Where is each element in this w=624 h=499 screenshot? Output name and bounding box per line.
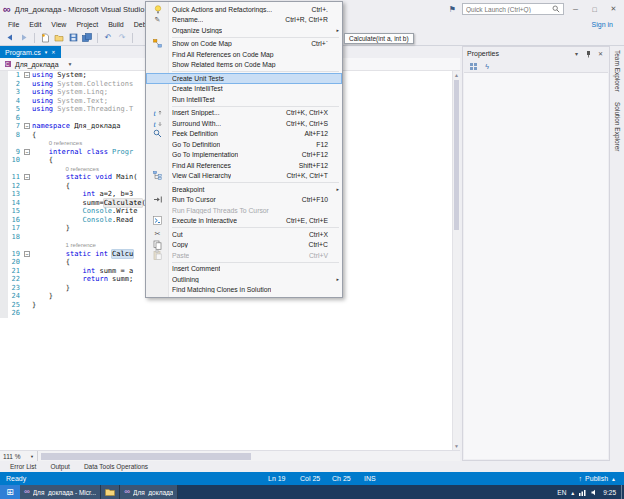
menu-item-find-all-references-on-code-map[interactable]: Find All References on Code Map xyxy=(146,49,342,60)
categorized-icon[interactable] xyxy=(468,61,478,71)
menu-item-organize-usings[interactable]: Organize Usings▸ xyxy=(146,25,342,36)
maximize-button[interactable]: □ xyxy=(587,3,602,16)
menu-item-quick-actions-and-refactorings[interactable]: Quick Actions and Refactorings...Ctrl+. xyxy=(146,4,342,15)
save-all-icon[interactable] xyxy=(81,32,93,44)
menu-item-execute-in-interactive[interactable]: Execute in InteractiveCtrl+E, Ctrl+E xyxy=(146,216,342,227)
menu-item-breakpoint[interactable]: Breakpoint▸ xyxy=(146,184,342,195)
breakpoint-margin[interactable] xyxy=(0,97,8,106)
tab-dropdown-icon[interactable]: ▾ xyxy=(45,50,48,55)
volume-icon[interactable] xyxy=(591,489,598,496)
breakpoint-margin[interactable] xyxy=(0,199,8,208)
open-file-icon[interactable] xyxy=(53,32,65,44)
menu-item-copy[interactable]: CopyCtrl+C xyxy=(146,240,342,251)
fold-margin[interactable]: − xyxy=(23,122,32,131)
menu-item-peek-definition[interactable]: Peek DefinitionAlt+F12 xyxy=(146,129,342,140)
fold-marker-icon[interactable]: − xyxy=(24,149,30,155)
panel-tab-error-list[interactable]: Error List xyxy=(3,463,43,470)
fold-margin[interactable]: − xyxy=(23,173,32,182)
menu-item-show-on-code-map[interactable]: Show on Code MapCtrl+` xyxy=(146,39,342,50)
navbar-project-dropdown[interactable]: Для_доклада xyxy=(15,61,59,68)
codelens-indicator[interactable]: 0 references xyxy=(32,140,82,146)
menubar-item-file[interactable]: File xyxy=(3,21,24,28)
close-panel-icon[interactable]: ✕ xyxy=(596,50,605,57)
breakpoint-margin[interactable] xyxy=(0,233,8,242)
new-file-icon[interactable] xyxy=(39,32,51,44)
taskbar-item[interactable]: ∞Для_доклада - Micr... xyxy=(20,485,101,499)
clock[interactable]: 9:25 xyxy=(603,489,616,496)
breakpoint-margin[interactable] xyxy=(0,148,8,157)
menu-item-show-related-items-on-code-map[interactable]: Show Related Items on Code Map xyxy=(146,60,342,71)
codelens-indicator[interactable]: 1 reference xyxy=(32,242,96,248)
events-icon[interactable]: ϟ xyxy=(482,61,492,71)
scrollbar-thumb[interactable] xyxy=(454,80,459,230)
notifications-flag-icon[interactable]: ⚑ xyxy=(449,5,456,14)
window-position-icon[interactable]: ▾ xyxy=(572,50,581,57)
scroll-up-icon[interactable]: ▲ xyxy=(453,71,460,79)
tab-program-cs[interactable]: Program.cs ▾ ✕ xyxy=(0,46,61,58)
menu-item-go-to-implementation[interactable]: Go To ImplementationCtrl+F12 xyxy=(146,150,342,161)
fold-marker-icon[interactable]: − xyxy=(24,174,30,180)
menu-item-outlining[interactable]: Outlining▸ xyxy=(146,274,342,285)
zoom-dropdown[interactable]: 111 % ▼ xyxy=(0,451,38,461)
breakpoint-margin[interactable] xyxy=(0,80,8,89)
menu-item-create-unit-tests[interactable]: Create Unit Tests xyxy=(146,73,342,84)
close-button[interactable]: ✕ xyxy=(606,3,621,16)
menu-item-surround-with[interactable]: tSurround With...Ctrl+K, Ctrl+S xyxy=(146,118,342,129)
menu-item-insert-comment[interactable]: Insert Comment xyxy=(146,264,342,275)
fold-marker-icon[interactable]: − xyxy=(24,72,30,78)
menubar-item-view[interactable]: View xyxy=(46,21,71,28)
scroll-down-icon[interactable]: ▼ xyxy=(453,442,460,450)
hscrollbar-thumb[interactable] xyxy=(41,453,251,460)
menu-item-find-all-references[interactable]: Find All ReferencesShift+F12 xyxy=(146,160,342,171)
network-icon[interactable] xyxy=(579,489,586,496)
breakpoint-margin[interactable] xyxy=(0,122,8,131)
menu-item-view-call-hierarchy[interactable]: View Call HierarchyCtrl+K, Ctrl+T xyxy=(146,171,342,182)
breakpoint-margin[interactable] xyxy=(0,275,8,284)
fold-margin[interactable]: − xyxy=(23,250,32,259)
panel-tab-data-tools-operations[interactable]: Data Tools Operations xyxy=(77,463,155,470)
breakpoint-margin[interactable] xyxy=(0,105,8,114)
menu-item-rename[interactable]: ✎Rename...Ctrl+R, Ctrl+R xyxy=(146,15,342,26)
menubar-item-build[interactable]: Build xyxy=(103,21,129,28)
start-button[interactable]: ⊞ xyxy=(0,485,20,499)
editor-horizontal-scrollbar[interactable] xyxy=(38,451,460,461)
taskbar-item[interactable] xyxy=(101,485,120,499)
menu-item-create-intellitest[interactable]: Create IntelliTest xyxy=(146,84,342,95)
breakpoint-margin[interactable] xyxy=(0,267,8,276)
breakpoint-margin[interactable] xyxy=(0,114,8,123)
publish-button[interactable]: ↑ Publish ▲ xyxy=(579,472,616,485)
breakpoint-margin[interactable] xyxy=(0,309,8,318)
fold-marker-icon[interactable]: − xyxy=(24,123,30,129)
quick-launch-box[interactable] xyxy=(462,3,564,15)
breakpoint-margin[interactable] xyxy=(0,258,8,267)
breakpoint-margin[interactable] xyxy=(0,88,8,97)
breakpoint-margin[interactable] xyxy=(0,190,8,199)
menubar-item-edit[interactable]: Edit xyxy=(24,21,46,28)
properties-header[interactable]: Properties ▾ ✕ xyxy=(463,47,609,60)
breakpoint-margin[interactable] xyxy=(0,139,8,148)
editor-vertical-scrollbar[interactable]: ▲ ▼ xyxy=(452,71,460,450)
menu-item-paste[interactable]: PasteCtrl+V xyxy=(146,250,342,261)
breakpoint-margin[interactable] xyxy=(0,71,8,80)
breakpoint-margin[interactable] xyxy=(0,131,8,140)
breakpoint-margin[interactable] xyxy=(0,173,8,182)
navigate-forward-icon[interactable] xyxy=(18,32,30,44)
fold-marker-icon[interactable]: − xyxy=(24,251,30,257)
navigate-backward-icon[interactable] xyxy=(4,32,16,44)
menu-item-run-to-cursor[interactable]: Run To CursorCtrl+F10 xyxy=(146,195,342,206)
breakpoint-margin[interactable] xyxy=(0,241,8,250)
breakpoint-margin[interactable] xyxy=(0,250,8,259)
redo-icon[interactable]: ↷ xyxy=(116,32,128,44)
side-tab-team-explorer[interactable]: Team Explorer xyxy=(614,50,621,92)
breakpoint-margin[interactable] xyxy=(0,207,8,216)
menubar-item-project[interactable]: Project xyxy=(71,21,103,28)
minimize-button[interactable]: ─ xyxy=(568,3,583,16)
menu-item-cut[interactable]: ✂CutCtrl+X xyxy=(146,229,342,240)
pin-icon[interactable] xyxy=(584,50,593,58)
breakpoint-margin[interactable] xyxy=(0,216,8,225)
tray-expand-icon[interactable]: ▴ xyxy=(571,489,574,496)
menu-item-run-flagged-threads-to-cursor[interactable]: Run Flagged Threads To Cursor xyxy=(146,205,342,216)
codelens-indicator[interactable]: 0 references xyxy=(32,166,99,172)
save-icon[interactable] xyxy=(67,32,79,44)
breakpoint-margin[interactable] xyxy=(0,165,8,174)
